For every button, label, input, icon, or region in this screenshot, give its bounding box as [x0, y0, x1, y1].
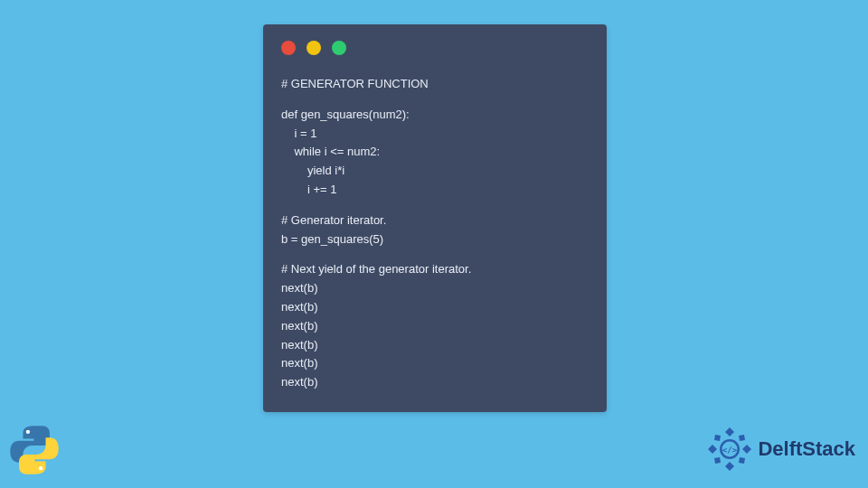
- python-logo-icon: [7, 423, 61, 481]
- code-line: i += 1: [281, 181, 589, 200]
- minimize-icon: [307, 41, 321, 55]
- brand-logo: </> DelftStack: [707, 427, 855, 472]
- svg-text:</>: </>: [722, 446, 738, 455]
- svg-marker-9: [739, 457, 745, 464]
- code-line: next(b): [281, 373, 589, 392]
- svg-marker-7: [739, 435, 745, 441]
- svg-marker-8: [714, 457, 721, 464]
- svg-marker-4: [708, 445, 717, 454]
- code-line: # Generator iterator.: [281, 211, 589, 230]
- code-line: i = 1: [281, 125, 589, 144]
- code-block: # GENERATOR FUNCTION def gen_squares(num…: [281, 75, 589, 392]
- window-controls: [281, 41, 589, 55]
- svg-point-0: [26, 430, 30, 434]
- svg-marker-3: [725, 462, 734, 471]
- code-line: b = gen_squares(5): [281, 230, 589, 249]
- code-line: # Next yield of the generator iterator.: [281, 260, 589, 279]
- code-line: yield i*i: [281, 162, 589, 181]
- code-line: def gen_squares(num2):: [281, 106, 589, 125]
- svg-marker-6: [714, 435, 721, 441]
- code-line: next(b): [281, 317, 589, 336]
- close-icon: [281, 41, 296, 55]
- code-line: # GENERATOR FUNCTION: [281, 75, 589, 94]
- brand-badge-icon: </>: [707, 427, 752, 472]
- code-line: next(b): [281, 354, 589, 373]
- code-line: next(b): [281, 279, 589, 298]
- code-line: [281, 200, 589, 211]
- code-card: # GENERATOR FUNCTION def gen_squares(num…: [263, 24, 607, 412]
- maximize-icon: [332, 41, 346, 55]
- code-line: [281, 94, 589, 106]
- code-line: [281, 249, 589, 260]
- code-line: next(b): [281, 336, 589, 355]
- code-line: while i <= num2:: [281, 143, 589, 162]
- brand-name: DelftStack: [758, 437, 855, 461]
- svg-point-1: [39, 466, 42, 470]
- svg-marker-2: [725, 427, 734, 436]
- svg-marker-5: [742, 445, 751, 454]
- code-line: next(b): [281, 298, 589, 317]
